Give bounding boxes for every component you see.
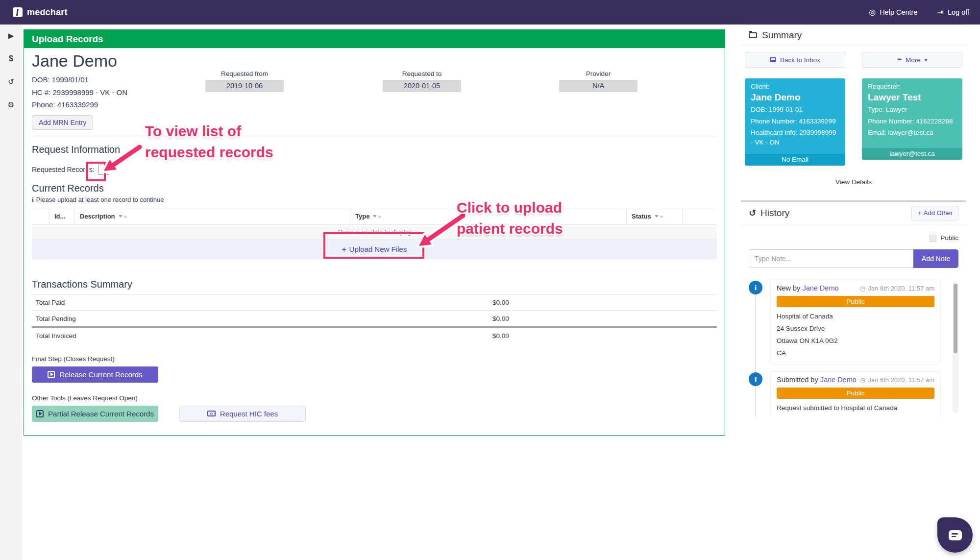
- patient-dob: DOB: 1999/01/01: [32, 73, 717, 86]
- left-sidebar: ▶ $ ↺ ⚙: [0, 24, 22, 560]
- client-name: Jane Demo: [751, 92, 839, 103]
- upload-notice: iPlease upload at least one record to co…: [32, 196, 717, 204]
- add-other-button[interactable]: + Add Other: [911, 206, 958, 220]
- entry-action: New by Jane Demo: [777, 284, 839, 292]
- play-icon[interactable]: ▶: [5, 29, 18, 42]
- add-other-label: Add Other: [924, 209, 953, 217]
- client-email-status: No Email: [745, 154, 845, 166]
- more-label: More: [906, 56, 921, 64]
- requester-role-label: Requester:: [868, 83, 956, 90]
- column-status[interactable]: Status: [627, 208, 683, 224]
- sort-icon[interactable]: [373, 215, 382, 218]
- current-records-title: Current Records: [32, 183, 717, 194]
- inbox-icon: [770, 57, 776, 62]
- info-icon: i: [32, 196, 34, 203]
- column-id[interactable]: Id...: [49, 208, 75, 224]
- history-icon[interactable]: ↺: [5, 75, 18, 88]
- requester-phone: Phone Number: 4162228288: [868, 117, 956, 126]
- history-icon: ↺: [749, 208, 756, 219]
- transactions-table: Total Paid $0.00 Total Pending $0.00 Tot…: [32, 294, 717, 342]
- total-paid-label: Total Paid: [36, 299, 65, 306]
- total-invoiced-value: $0.00: [492, 328, 509, 344]
- back-to-inbox-label: Back to Inbox: [780, 56, 820, 64]
- sort-icon[interactable]: [655, 215, 663, 218]
- entry-header: Submitted by Jane Demo ◷Jan 6th 2020, 11…: [777, 376, 934, 384]
- transactions-row-pending: Total Pending $0.00: [32, 310, 717, 326]
- add-mrn-entry-button[interactable]: Add MRN Entry: [32, 115, 93, 130]
- entry-line: 24 Sussex Drive: [777, 322, 934, 335]
- history-entry: i Submitted by Jane Demo ◷Jan 6th 2020, …: [749, 371, 958, 417]
- public-checkbox[interactable]: [930, 235, 936, 242]
- entry-user-link[interactable]: Jane Demo: [802, 284, 838, 292]
- partial-release-label: Partial Release Current Records: [48, 410, 154, 418]
- back-to-inbox-button[interactable]: Back to Inbox: [745, 52, 845, 68]
- upload-new-files-button[interactable]: +Upload New Files: [32, 240, 717, 259]
- records-table-header: Id... Description Type Status: [32, 208, 717, 225]
- brand-name: medchart: [27, 7, 68, 18]
- client-phone: Phone Number: 4163339299: [751, 117, 839, 126]
- clock-icon: ◷: [860, 285, 865, 292]
- entry-line: Request submitted to Hospital of Canada: [777, 402, 934, 414]
- plus-icon: +: [342, 245, 346, 253]
- help-centre-link[interactable]: ◎ Help Centre: [869, 8, 917, 16]
- upload-records-card: Upload Records Requested from 2019-10-06…: [24, 29, 725, 436]
- partial-release-button[interactable]: Partial Release Current Records: [32, 406, 158, 422]
- summary-buttons: Back to Inbox ≡ More ▾: [745, 52, 962, 68]
- expand-requested-records-icon[interactable]: +: [98, 164, 109, 175]
- entry-user-link[interactable]: Jane Demo: [820, 376, 857, 384]
- upload-new-files-label: Upload New Files: [349, 245, 407, 253]
- patient-phone: Phone: 4163339299: [32, 98, 717, 111]
- clock-icon: ◷: [860, 376, 865, 384]
- column-description[interactable]: Description: [75, 208, 350, 224]
- history-entry-card: Submitted by Jane Demo ◷Jan 6th 2020, 11…: [770, 371, 941, 417]
- history-title: History: [760, 208, 789, 219]
- info-circle-icon: i: [749, 281, 762, 294]
- client-role-label: Client:: [751, 83, 839, 90]
- records-table: Id... Description Type Status T: [32, 208, 717, 259]
- brand[interactable]: medchart: [13, 7, 68, 18]
- note-input[interactable]: [749, 249, 913, 268]
- column-select: [32, 208, 49, 224]
- add-note-button[interactable]: Add Note: [913, 249, 958, 268]
- top-bar: medchart ◎ Help Centre ⇥ Log off: [0, 0, 980, 24]
- requester-email-footer: lawyer@test.ca: [862, 148, 962, 160]
- help-icon: ◎: [869, 8, 876, 16]
- chat-widget-button[interactable]: [937, 517, 973, 553]
- log-off-icon: ⇥: [937, 8, 944, 16]
- entry-timestamp: ◷Jan 6th 2020, 11:57 am: [860, 376, 934, 384]
- other-tools-label: Other Tools (Leaves Request Open): [32, 394, 717, 402]
- client-healthcard: Healthcard Info: 2939998999 - VK - ON: [751, 128, 839, 147]
- client-card[interactable]: Client: Jane Demo DOB: 1999-01-01 Phone …: [745, 78, 845, 166]
- total-paid-value: $0.00: [492, 294, 509, 311]
- history-header: ↺ History + Add Other: [741, 202, 966, 224]
- history-scrollbar-thumb[interactable]: [954, 284, 957, 353]
- log-off-link[interactable]: ⇥ Log off: [937, 8, 970, 16]
- history-scrollbar[interactable]: [953, 282, 958, 413]
- request-information-title: Request Information: [32, 144, 717, 155]
- release-current-records-button[interactable]: Release Current Records: [32, 366, 158, 383]
- request-hic-fees-button[interactable]: Request HIC fees: [179, 406, 306, 422]
- play-box-icon: [36, 410, 44, 417]
- plus-icon: +: [917, 209, 921, 217]
- billing-icon[interactable]: $: [5, 52, 18, 65]
- other-tools-row: Partial Release Current Records Request …: [32, 402, 717, 422]
- chat-icon: [949, 530, 962, 540]
- history-title-wrap: ↺ History: [749, 208, 789, 219]
- entry-action: Submitted by Jane Demo: [777, 376, 857, 384]
- sort-icon[interactable]: [119, 215, 127, 218]
- history-entry: i New by Jane Demo ◷Jan 6th 2020, 11:57 …: [749, 280, 958, 365]
- right-panel: Summary Back to Inbox ≡ More ▾ Client: J…: [741, 24, 966, 560]
- chevron-down-icon: ▾: [925, 57, 928, 63]
- party-cards: Client: Jane Demo DOB: 1999-01-01 Phone …: [745, 78, 962, 166]
- total-invoiced-label: Total Invoiced: [36, 332, 76, 340]
- total-pending-label: Total Pending: [36, 315, 76, 322]
- requester-card[interactable]: Requester: Lawyer Test Type: Lawyer Phon…: [862, 78, 962, 160]
- entry-line: Ottawa ON K1A 0G2: [777, 335, 934, 347]
- settings-gear-icon[interactable]: ⚙: [5, 98, 18, 111]
- column-type[interactable]: Type: [350, 208, 627, 224]
- more-button[interactable]: ≡ More ▾: [862, 52, 962, 68]
- entry-timestamp: ◷Jan 6th 2020, 11:57 am: [860, 285, 934, 292]
- upload-notice-text: Please upload at least one record to con…: [36, 196, 164, 203]
- entry-body: Hospital of Canada 24 Sussex Drive Ottaw…: [777, 310, 934, 359]
- view-details-link[interactable]: View Details: [741, 178, 966, 186]
